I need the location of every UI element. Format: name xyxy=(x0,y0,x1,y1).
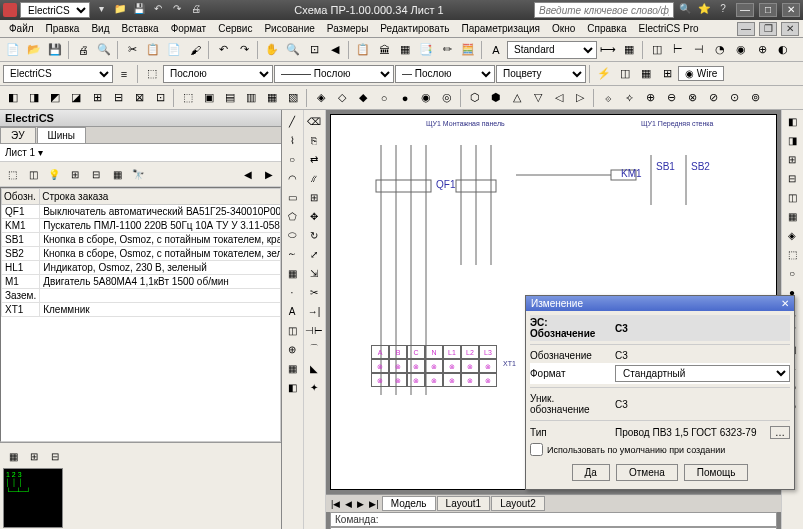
block-icon[interactable]: ◫ xyxy=(283,321,301,339)
linetype-combo[interactable]: Послою xyxy=(163,65,273,83)
e22[interactable]: ⬡ xyxy=(465,88,485,108)
e33[interactable]: ⊘ xyxy=(703,88,723,108)
e24[interactable]: △ xyxy=(507,88,527,108)
menu-electrics[interactable]: ElectriCS Pro xyxy=(634,22,704,35)
spline-icon[interactable]: ～ xyxy=(283,245,301,263)
menu-window[interactable]: Окно xyxy=(547,22,580,35)
pt5[interactable]: ⊟ xyxy=(86,164,106,184)
layerprev-icon[interactable]: ⬚ xyxy=(142,64,162,84)
tab-last[interactable]: ▶| xyxy=(367,499,380,509)
extend-icon[interactable]: →| xyxy=(305,302,323,320)
toolpalette-icon[interactable]: ▦ xyxy=(395,40,415,60)
pv1[interactable]: ▦ xyxy=(3,446,23,466)
menu-param[interactable]: Параметризация xyxy=(456,22,545,35)
markup-icon[interactable]: ✏ xyxy=(437,40,457,60)
doc-minimize[interactable]: — xyxy=(737,22,755,36)
menu-service[interactable]: Сервис xyxy=(213,22,257,35)
e23[interactable]: ⬢ xyxy=(486,88,506,108)
e9[interactable]: ⬚ xyxy=(178,88,198,108)
layer-icon[interactable]: ≡ xyxy=(114,64,134,84)
pv2[interactable]: ⊞ xyxy=(24,446,44,466)
e35[interactable]: ⊚ xyxy=(745,88,765,108)
scale-icon[interactable]: ⤢ xyxy=(305,245,323,263)
open-icon[interactable]: 📁 xyxy=(112,2,128,18)
rotate-icon[interactable]: ↻ xyxy=(305,226,323,244)
print-icon[interactable]: 🖨 xyxy=(188,2,204,18)
zoom-window-icon[interactable]: ⊡ xyxy=(304,40,324,60)
copy-icon[interactable]: 📋 xyxy=(143,40,163,60)
type-browse-button[interactable]: … xyxy=(770,426,790,439)
help-icon[interactable]: ? xyxy=(715,2,731,18)
e10[interactable]: ▣ xyxy=(199,88,219,108)
table-icon[interactable]: ▦ xyxy=(619,40,639,60)
e27[interactable]: ▷ xyxy=(570,88,590,108)
tab-model[interactable]: Модель xyxy=(382,496,436,511)
components-grid[interactable]: Обозн.Строка заказа QF1Выключатель автом… xyxy=(0,187,281,442)
menu-help[interactable]: Справка xyxy=(582,22,631,35)
maximize-button[interactable]: □ xyxy=(759,3,777,17)
tab-next[interactable]: ▶ xyxy=(355,499,366,509)
el4-icon[interactable]: ⊞ xyxy=(657,64,677,84)
e3[interactable]: ◩ xyxy=(45,88,65,108)
pt4[interactable]: ⊞ xyxy=(65,164,85,184)
wire-label[interactable]: ◉ Wire xyxy=(678,66,724,81)
dialog-close-icon[interactable]: ✕ xyxy=(781,298,789,309)
col-order[interactable]: Строка заказа xyxy=(40,189,281,205)
e32[interactable]: ⊗ xyxy=(682,88,702,108)
r6[interactable]: ▦ xyxy=(783,207,801,225)
e5[interactable]: ⊞ xyxy=(87,88,107,108)
ellipse-icon[interactable]: ⬭ xyxy=(283,226,301,244)
e17[interactable]: ◆ xyxy=(353,88,373,108)
pv3[interactable]: ⊟ xyxy=(45,446,65,466)
r3[interactable]: ⊞ xyxy=(783,150,801,168)
e8[interactable]: ⊡ xyxy=(150,88,170,108)
default-checkbox[interactable] xyxy=(530,443,543,456)
e2[interactable]: ◨ xyxy=(24,88,44,108)
minimize-button[interactable]: — xyxy=(736,3,754,17)
lineweight-combo[interactable]: ——— Послою xyxy=(274,65,394,83)
menu-edit[interactable]: Правка xyxy=(41,22,85,35)
designcenter-icon[interactable]: 🏛 xyxy=(374,40,394,60)
layer-combo[interactable]: ElectriCS xyxy=(3,65,113,83)
e1[interactable]: ◧ xyxy=(3,88,23,108)
star-icon[interactable]: ⭐ xyxy=(696,2,712,18)
line-icon[interactable]: ╱ xyxy=(283,112,301,130)
calc-icon[interactable]: 🧮 xyxy=(458,40,478,60)
copy-icon[interactable]: ⎘ xyxy=(305,131,323,149)
fillet-icon[interactable]: ⌒ xyxy=(305,340,323,358)
workspace-combo[interactable]: ElectriCS xyxy=(20,2,90,18)
r2[interactable]: ◨ xyxy=(783,131,801,149)
e14[interactable]: ▧ xyxy=(283,88,303,108)
erase-icon[interactable]: ⌫ xyxy=(305,112,323,130)
e20[interactable]: ◉ xyxy=(416,88,436,108)
save-icon[interactable]: 💾 xyxy=(45,40,65,60)
text-icon[interactable]: A xyxy=(486,40,506,60)
text-icon[interactable]: A xyxy=(283,302,301,320)
r5[interactable]: ◫ xyxy=(783,188,801,206)
tab-layout1[interactable]: Layout1 xyxy=(437,496,491,511)
pline-icon[interactable]: ⌇ xyxy=(283,131,301,149)
dim6-icon[interactable]: ⊕ xyxy=(752,40,772,60)
undo-icon[interactable]: ↶ xyxy=(150,2,166,18)
find-icon[interactable]: 🔭 xyxy=(128,164,148,184)
poly-icon[interactable]: ⬠ xyxy=(283,207,301,225)
app-icon[interactable] xyxy=(3,3,17,17)
e21[interactable]: ◎ xyxy=(437,88,457,108)
preview-icon[interactable]: 🔍 xyxy=(94,40,114,60)
search-input[interactable] xyxy=(534,2,674,18)
doc-restore[interactable]: ❐ xyxy=(759,22,777,36)
e6[interactable]: ⊟ xyxy=(108,88,128,108)
pt6[interactable]: ▦ xyxy=(107,164,127,184)
redo-icon[interactable]: ↷ xyxy=(169,2,185,18)
textstyle-combo[interactable]: Standard xyxy=(507,41,597,59)
arc-icon[interactable]: ◠ xyxy=(283,169,301,187)
menu-insert[interactable]: Вставка xyxy=(116,22,163,35)
preview-thumbnail[interactable]: 1 2 3│ │ │└─┴─┘ xyxy=(3,468,63,528)
trim-icon[interactable]: ✂ xyxy=(305,283,323,301)
pt1[interactable]: ⬚ xyxy=(2,164,22,184)
chamfer-icon[interactable]: ◣ xyxy=(305,359,323,377)
move-icon[interactable]: ✥ xyxy=(305,207,323,225)
dim-icon[interactable]: ⟼ xyxy=(598,40,618,60)
insert-icon[interactable]: ⊕ xyxy=(283,340,301,358)
dim4-icon[interactable]: ◔ xyxy=(710,40,730,60)
